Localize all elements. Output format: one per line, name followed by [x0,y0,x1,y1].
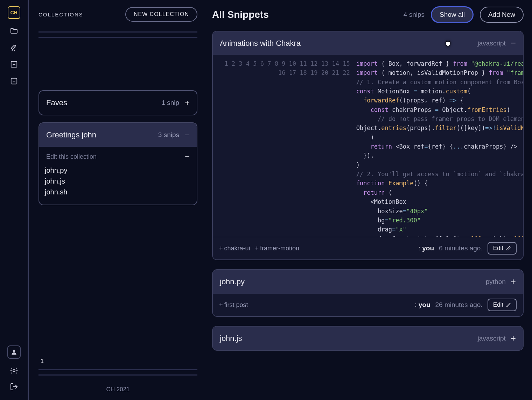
main-panel: All Snippets 4 snips Show all Add New An… [204,0,532,400]
collection-name: Faves [46,98,67,107]
tag[interactable]: +chakra-ui [219,245,250,252]
snippet-footer: +chakra-ui +framer-motion : you 6 minute… [213,237,523,259]
add-new-button[interactable]: Add New [480,7,524,23]
snippet-time: 26 minutes ago. [435,301,483,309]
collections-sidebar: COLLECTIONS NEW COLLECTION Faves 1 snip … [29,0,204,400]
collection-file[interactable]: john.sh [45,187,191,198]
collection-card[interactable]: Greetings john 3 snips − Edit this colle… [38,122,197,205]
page-title: All Snippets [212,9,269,20]
divider [38,31,197,33]
collection-card[interactable]: Faves 1 snip + [38,90,197,115]
edit-collection-link[interactable]: Edit this collection [46,153,97,160]
collection-name: Greetings john [46,130,96,140]
telescope-icon[interactable] [9,43,19,52]
collection-count: 3 snips [158,131,179,139]
sidebar-title: COLLECTIONS [38,12,83,17]
snippet-title: Animations with Chakra [220,39,473,48]
code-block: 1 2 3 4 5 6 7 8 9 10 11 12 13 14 15 16 1… [213,55,523,237]
snippet-title: john.py [220,277,481,286]
snippet-card: john.py python + +first post : you 26 mi… [212,269,524,317]
logout-icon[interactable] [9,382,19,392]
snippet-count: 4 snips [404,11,425,19]
expand-icon[interactable]: + [511,333,516,344]
snippet-lang: python [486,278,506,286]
app-logo[interactable]: CH [8,6,20,19]
add-collection-icon[interactable] [9,59,19,69]
divider [38,374,197,376]
edit-button[interactable]: Edit [488,299,517,311]
divider [38,369,197,370]
snippet-card: john.js javascript + [212,326,524,351]
snippet-footer: +first post : you 26 minutes ago. Edit [213,293,523,316]
collection-file[interactable]: john.py [45,165,191,176]
snippet-lang: javascript [478,335,506,342]
folder-icon[interactable] [9,26,19,36]
user-avatar[interactable] [7,345,21,359]
plus-icon[interactable]: + [185,98,190,108]
tag[interactable]: +first post [219,301,248,309]
settings-gear-icon[interactable] [9,366,19,376]
show-all-button[interactable]: Show all [431,6,474,23]
collection-count: 1 snip [161,99,179,107]
footer-brand: CH 2021 [38,379,197,400]
tag[interactable]: +framer-motion [255,245,300,252]
pager: 1 [38,356,197,366]
edit-button[interactable]: Edit [488,242,517,255]
snippet-title: john.js [220,334,473,343]
snippet-header[interactable]: john.js javascript + [213,327,523,350]
add-snippet-icon[interactable] [9,76,19,86]
new-collection-button[interactable]: NEW COLLECTION [125,7,197,22]
snippet-author: : you [415,301,430,309]
divider [38,37,197,38]
icon-rail: CH [0,0,29,400]
collapse-icon[interactable]: − [511,38,516,49]
snippet-header[interactable]: Animations with Chakra javascript − [213,31,523,55]
snippet-card: Animations with Chakra javascript − 1 2 … [212,31,524,260]
expand-icon[interactable]: + [511,276,516,287]
svg-point-2 [13,370,15,372]
snippet-lang: javascript [478,40,506,47]
snippet-header[interactable]: john.py python + [213,270,523,293]
minus-icon[interactable]: − [185,130,190,140]
snippet-time: 6 minutes ago. [439,244,483,252]
minus-icon[interactable]: − [185,152,190,162]
snippet-author: : you [419,244,434,252]
collection-file[interactable]: john.js [45,176,191,187]
code-content: import { Box, forwardRef } from "@chakra… [354,55,523,237]
